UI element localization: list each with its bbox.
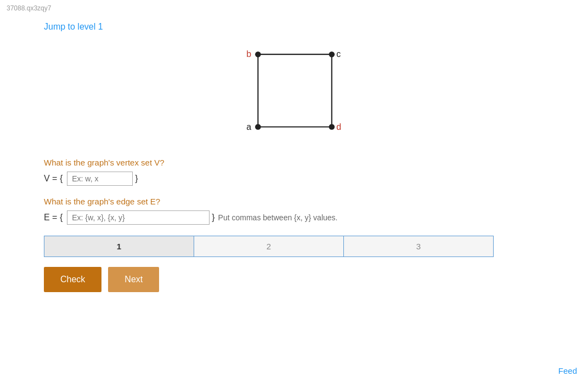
vertex-b [255, 52, 261, 58]
check-button[interactable]: Check [44, 267, 101, 292]
progress-bar: 1 2 3 [44, 236, 494, 257]
graph-display: a b c d [44, 43, 544, 141]
graph-svg: a b c d [234, 43, 354, 141]
vertex-d-label: d [336, 122, 341, 132]
vertex-c [329, 52, 335, 58]
edge-hint: Put commas between {x, y} values. [218, 213, 338, 222]
vertex-question: What is the graph's vertex set V? [44, 158, 544, 167]
edge-question: What is the graph's edge set E? [44, 197, 544, 206]
vertex-a-label: a [246, 122, 251, 132]
progress-segment-2[interactable]: 2 [194, 236, 344, 256]
vertex-d [329, 124, 335, 130]
jump-to-level-link[interactable]: Jump to level 1 [44, 22, 103, 32]
vertex-b-label: b [246, 49, 251, 59]
vertex-input[interactable] [67, 172, 133, 186]
vertex-c-label: c [336, 49, 341, 59]
page-id: 37088.qx3zqy7 [0, 0, 588, 16]
edge-label: E = { [44, 213, 63, 223]
edge-input-row: E = { } Put commas between {x, y} values… [44, 210, 544, 225]
buttons-row: Check Next [44, 267, 544, 292]
progress-segment-3[interactable]: 3 [344, 236, 493, 256]
progress-segment-1[interactable]: 1 [44, 236, 194, 256]
vertex-input-row: V = { } [44, 172, 544, 186]
edge-input[interactable] [67, 210, 210, 225]
vertex-label: V = { [44, 174, 63, 184]
next-button[interactable]: Next [108, 267, 159, 292]
edge-close-brace: } [212, 213, 214, 223]
vertex-close-brace: } [135, 174, 138, 184]
vertex-a [255, 124, 261, 130]
